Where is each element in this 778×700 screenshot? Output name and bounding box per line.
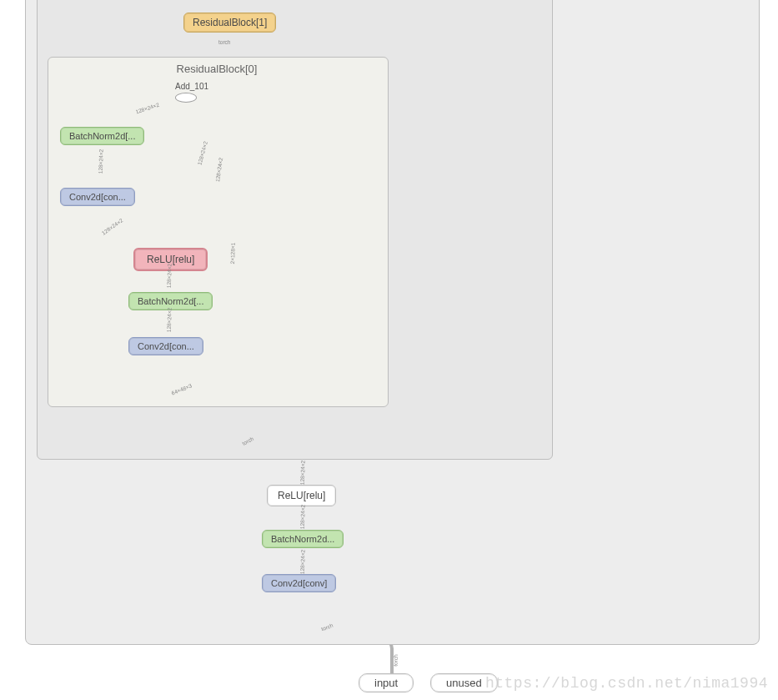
edge-label: 128×24×2 bbox=[299, 461, 306, 486]
conv2d-tail-node[interactable]: Conv2d[conv] bbox=[262, 574, 336, 592]
edge-label: 128×24×2 bbox=[299, 505, 306, 530]
edge-label: torch bbox=[218, 39, 230, 45]
residual-block-0-title: ResidualBlock[0] bbox=[154, 63, 279, 75]
residual-block-0-container[interactable] bbox=[48, 57, 389, 407]
legend-input: input bbox=[359, 673, 414, 692]
edge-label: 128×24×2 bbox=[299, 550, 306, 575]
add-node-label: Add_101 bbox=[175, 82, 208, 91]
edge-label: 128×24×2 bbox=[98, 149, 104, 174]
edge-label: 128×24×2 bbox=[166, 264, 173, 289]
conv2d-1-node[interactable]: Conv2d[con... bbox=[128, 337, 203, 355]
watermark: https://blog.csdn.net/nima1994 bbox=[485, 675, 768, 692]
batchnorm-tail-node[interactable]: BatchNorm2d... bbox=[262, 530, 344, 548]
conv2d-2-node[interactable]: Conv2d[con... bbox=[60, 188, 135, 206]
batchnorm-2-node[interactable]: BatchNorm2d[... bbox=[60, 127, 144, 145]
add-node[interactable] bbox=[175, 93, 197, 103]
residual-block-1-node[interactable]: ResidualBlock[1] bbox=[183, 13, 276, 33]
edge-label: 128×24×2 bbox=[166, 308, 173, 333]
edge-label: torch bbox=[392, 654, 399, 667]
relu-tail-node[interactable]: ReLU[relu] bbox=[267, 485, 336, 506]
edge-label: 2×128×1 bbox=[229, 243, 236, 264]
